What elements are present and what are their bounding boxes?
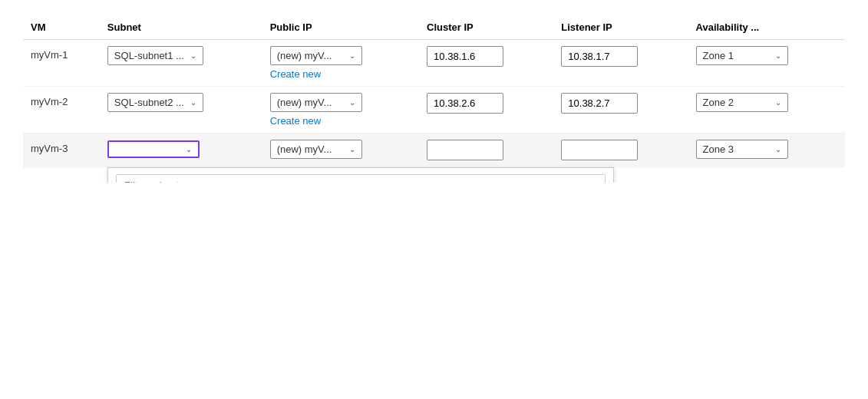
chevron-down-icon: ⌄ (349, 51, 355, 60)
listener-ip-input-3[interactable] (561, 140, 638, 160)
listener-ip-input-1[interactable] (561, 46, 638, 67)
availability-cell-2: Zone 2 ⌄ (688, 87, 845, 134)
listener-ip-input-2[interactable] (561, 93, 638, 114)
chevron-down-icon: ⌄ (775, 145, 781, 153)
availability-select-2[interactable]: Zone 2 ⌄ (696, 93, 788, 112)
subnet-dropdown-panel: DC-subnet (10.38.0.0/24) SQL-subnet1 (10… (107, 167, 614, 183)
public-ip-select-1-label: (new) myV... (277, 50, 332, 61)
col-subnet: Subnet (100, 15, 262, 40)
public-ip-cell-1: (new) myV... ⌄ Create new (262, 40, 419, 87)
table-row: myVm-3 ⌄ DC-subnet (1 (23, 134, 845, 167)
subnet-cell-2: SQL-subnet2 ... ⌄ (100, 87, 262, 134)
public-ip-select-2-label: (new) myV... (277, 97, 332, 108)
col-cluster-ip: Cluster IP (419, 15, 553, 40)
availability-select-1[interactable]: Zone 1 ⌄ (696, 46, 788, 65)
listener-ip-cell-1 (553, 40, 688, 87)
create-new-link-1[interactable]: Create new (270, 68, 411, 80)
vm-name-3: myVm-3 (23, 134, 100, 167)
availability-select-3[interactable]: Zone 3 ⌄ (696, 140, 788, 159)
chevron-down-icon: ⌄ (190, 51, 196, 60)
listener-ip-cell-2 (553, 87, 688, 134)
col-vm: VM (23, 15, 100, 40)
public-ip-cell-3: (new) myV... ⌄ (262, 134, 419, 167)
table-row: myVm-1 SQL-subnet1 ... ⌄ (new) myV... ⌄ … (23, 40, 845, 87)
availability-select-2-label: Zone 2 (703, 97, 734, 108)
subnet-cell-1: SQL-subnet1 ... ⌄ (100, 40, 262, 87)
cluster-ip-input-3[interactable] (427, 140, 503, 160)
create-new-link-2[interactable]: Create new (270, 115, 411, 127)
vm-config-table: VM Subnet Public IP Cluster IP Listener … (23, 15, 845, 167)
availability-cell-1: Zone 1 ⌄ (688, 40, 845, 87)
chevron-down-icon: ⌄ (775, 98, 781, 107)
availability-select-1-label: Zone 1 (703, 50, 734, 61)
cluster-ip-cell-3 (419, 134, 553, 167)
vm-name-1: myVm-1 (23, 40, 100, 87)
chevron-down-icon: ⌄ (186, 145, 192, 153)
col-availability: Availability ... (688, 15, 845, 40)
vm-name-2: myVm-2 (23, 87, 100, 134)
public-ip-select-3[interactable]: (new) myV... ⌄ (270, 140, 362, 159)
table-row: myVm-2 SQL-subnet2 ... ⌄ (new) myV... ⌄ … (23, 87, 845, 134)
cluster-ip-input-2[interactable] (427, 93, 503, 114)
public-ip-select-2[interactable]: (new) myV... ⌄ (270, 93, 362, 112)
chevron-down-icon: ⌄ (190, 98, 196, 107)
subnet-select-2[interactable]: SQL-subnet2 ... ⌄ (107, 93, 203, 112)
col-public-ip: Public IP (262, 15, 419, 40)
public-ip-cell-2: (new) myV... ⌄ Create new (262, 87, 419, 134)
subnet-cell-3: ⌄ DC-subnet (10.38.0.0/24) SQL-subnet1 (… (100, 134, 262, 167)
main-container: VM Subnet Public IP Cluster IP Listener … (0, 0, 868, 183)
cluster-ip-input-1[interactable] (427, 46, 503, 67)
public-ip-select-3-label: (new) myV... (277, 143, 332, 155)
subnet-select-2-label: SQL-subnet2 ... (114, 97, 184, 108)
public-ip-select-1[interactable]: (new) myV... ⌄ (270, 46, 362, 65)
chevron-down-icon: ⌄ (775, 51, 781, 60)
subnet-select-1-label: SQL-subnet1 ... (114, 50, 184, 61)
chevron-down-icon: ⌄ (349, 98, 355, 107)
availability-select-3-label: Zone 3 (703, 143, 734, 155)
filter-subnets-input[interactable] (116, 174, 606, 183)
listener-ip-cell-3 (553, 134, 688, 167)
subnet-select-3[interactable]: ⌄ (107, 140, 200, 158)
cluster-ip-cell-2 (419, 87, 553, 134)
availability-cell-3: Zone 3 ⌄ (688, 134, 845, 167)
subnet-row3-content: ⌄ DC-subnet (10.38.0.0/24) SQL-subnet1 (… (107, 140, 255, 158)
chevron-down-icon: ⌄ (349, 145, 355, 153)
col-listener-ip: Listener IP (553, 15, 688, 40)
subnet-select-1[interactable]: SQL-subnet1 ... ⌄ (107, 46, 203, 65)
cluster-ip-cell-1 (419, 40, 553, 87)
filter-input-wrapper (108, 168, 613, 183)
